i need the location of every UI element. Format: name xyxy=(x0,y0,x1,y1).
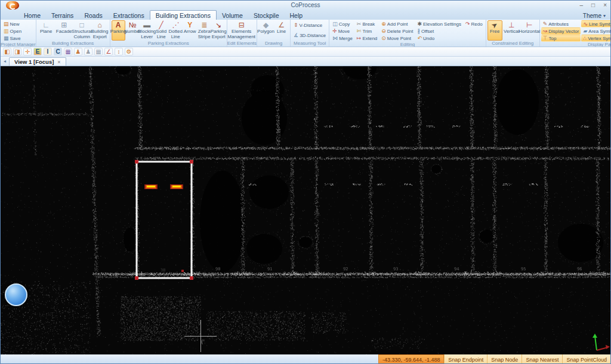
snap-node-toggle[interactable]: Snap Node xyxy=(487,354,521,364)
operator-icon[interactable]: ♟ xyxy=(84,48,92,55)
theme-menu[interactable]: Theme ▾ xyxy=(583,13,606,19)
polygon-button[interactable]: ◆Polygon xyxy=(258,20,273,41)
ribbon-tab-row: Home Terrains Roads Extractions Building… xyxy=(1,10,610,20)
tab-volume[interactable]: Volume xyxy=(217,11,248,20)
editing-group-label: Editing xyxy=(329,42,486,47)
undo-icon: ↶ xyxy=(417,36,422,41)
blocking-lever-button[interactable]: ▬Blocking Lever xyxy=(140,20,154,41)
delete-point-button[interactable]: ⊖Delete Point xyxy=(379,27,415,35)
arrow-button[interactable]: YArrow xyxy=(183,20,197,41)
parking-button[interactable]: AParking xyxy=(112,20,125,41)
viewport-single-icon[interactable]: ◧ xyxy=(3,48,11,55)
merge-button[interactable]: ⋈Merge xyxy=(331,35,354,42)
facade-button[interactable]: ⊞Facade xyxy=(55,20,73,41)
structural-column-button[interactable]: □Structural Column xyxy=(73,20,91,41)
titlebar: CoProcess – □ × xyxy=(1,1,610,10)
parking-export-button[interactable]: ↘Parking Export xyxy=(212,20,226,41)
attributes-icon: ✎ xyxy=(543,21,548,27)
new-button[interactable]: ▤New xyxy=(2,20,23,27)
offset-button[interactable]: ∦Offset xyxy=(415,27,463,35)
move-button[interactable]: ✛Move xyxy=(331,27,354,35)
point-cloud-viewport[interactable] xyxy=(1,66,611,354)
dotted-line-button[interactable]: ⋰Dotted Line xyxy=(169,20,183,41)
save-button[interactable]: ▦Save xyxy=(2,35,23,42)
project-manager-group-label: Project Manager xyxy=(1,42,36,47)
chevron-down-icon: ▾ xyxy=(603,13,606,18)
height-tool-icon[interactable]: ↕ xyxy=(115,48,123,55)
redo-button[interactable]: ↷Redo xyxy=(464,20,485,27)
rgb-mode-icon[interactable]: ▦ xyxy=(64,48,72,55)
view-tab[interactable]: View 1 [Focus] × xyxy=(9,57,66,66)
elevation-settings-button[interactable]: ✱Elevation Settings xyxy=(415,20,463,27)
elements-management-button[interactable]: ⊟Elements Management xyxy=(229,20,255,41)
application-window: CoProcess – □ × Home Terrains Roads Extr… xyxy=(0,0,611,364)
3d-distance-button[interactable]: ∡3D-Distance xyxy=(292,32,328,39)
tab-help[interactable]: Help xyxy=(285,11,308,20)
tab-roads[interactable]: Roads xyxy=(79,11,107,20)
snap-pointcloud-toggle[interactable]: Snap PointCloud xyxy=(562,354,610,364)
group-drawing: ◆Polygon ∠Line Drawing xyxy=(257,20,291,47)
statusbar: -43.330, -59.644, -1.488 Snap Endpoint S… xyxy=(1,354,610,364)
redo-icon: ↷ xyxy=(465,21,470,27)
copy-button[interactable]: ◫Copy xyxy=(331,20,354,27)
tab-terrains[interactable]: Terrains xyxy=(46,11,79,20)
line-symbol-button[interactable]: ∿Line Symbol xyxy=(581,20,611,27)
point-cloud-canvas[interactable] xyxy=(1,66,611,354)
selection-grid-icon[interactable]: ▦ xyxy=(94,48,103,55)
top-button[interactable]: ⊤Top xyxy=(541,35,581,42)
trim-button[interactable]: ✄Trim xyxy=(355,27,379,35)
free-button[interactable]: ➤Free xyxy=(487,20,502,41)
operator-add-icon[interactable]: ♟ xyxy=(74,48,82,55)
zebra-stripe-button[interactable]: ≣Zebra Stripe xyxy=(198,20,211,41)
save-disk-icon: ▦ xyxy=(4,36,9,41)
tab-extractions[interactable]: Extractions xyxy=(108,11,150,20)
constrained-editing-group-label: Constrained Editing xyxy=(486,41,539,47)
break-button[interactable]: ✂Break xyxy=(355,20,379,27)
minimize-button[interactable]: – xyxy=(580,1,584,9)
navigation-ball[interactable] xyxy=(5,283,27,306)
restore-button[interactable]: □ xyxy=(591,1,595,9)
classification-mode-icon[interactable]: C xyxy=(54,48,62,55)
view-tab-close-icon[interactable]: × xyxy=(57,59,60,65)
v-distance-button[interactable]: ⇕V-Distance xyxy=(292,22,328,29)
viewport-split-icon[interactable]: ◨ xyxy=(13,48,21,55)
elevation-mode-icon[interactable]: E xyxy=(33,48,42,55)
statusbar-spacer xyxy=(1,354,378,364)
group-parking-extractions: AParking №Number ▬Blocking Lever ╱Solid … xyxy=(110,20,227,47)
snap-nearest-toggle[interactable]: Snap Nearest xyxy=(521,354,562,364)
copy-icon: ◫ xyxy=(332,21,338,27)
fit-view-icon[interactable]: ✛ xyxy=(23,48,32,55)
open-button[interactable]: ▥Open xyxy=(2,27,23,35)
new-file-icon: ▤ xyxy=(4,21,9,27)
building-export-button[interactable]: ⌂Building Export xyxy=(91,20,109,41)
area-symbol-button[interactable]: ▰Area Symbol xyxy=(581,27,611,35)
theme-label: Theme xyxy=(583,13,601,19)
close-button[interactable]: × xyxy=(603,1,607,9)
top-view-icon: ⊤ xyxy=(543,36,548,41)
settings-gear-icon[interactable]: ⚙ xyxy=(125,48,133,55)
snap-endpoint-toggle[interactable]: Snap Endpoint xyxy=(444,354,487,364)
undo-button[interactable]: ↶Undo xyxy=(415,35,463,42)
intensity-mode-icon[interactable]: I xyxy=(44,48,52,55)
line-button[interactable]: ∠Line xyxy=(274,20,289,41)
display-vector-button[interactable]: ↝Display Vector xyxy=(541,27,581,35)
display-vector-icon: ↝ xyxy=(543,29,548,34)
tab-building-extractions[interactable]: Building Extractions xyxy=(150,10,217,20)
tab-scroll-left-icon[interactable]: ◂ xyxy=(1,57,9,66)
tab-home[interactable]: Home xyxy=(18,11,46,20)
vertex-symbol-button[interactable]: ∴Vertex Symbol xyxy=(581,35,611,42)
display-pane-group-label: Display Pane xyxy=(540,42,611,47)
solid-line-button[interactable]: ╱Solid Line xyxy=(155,20,168,41)
move-point-button[interactable]: ⊙Move Point xyxy=(379,35,415,42)
vertical-button[interactable]: ⊥Vertical xyxy=(503,20,520,41)
plane-button[interactable]: ∟Plane xyxy=(38,20,55,41)
window-title: CoProcess xyxy=(1,2,610,8)
view-tab-label: View 1 [Focus] xyxy=(14,58,54,65)
angle-tool-icon[interactable]: ∠ xyxy=(104,48,113,55)
tab-stockpile[interactable]: Stockpile xyxy=(248,11,285,20)
extend-button[interactable]: ↦Extend xyxy=(355,35,379,42)
move-point-icon: ⊙ xyxy=(381,36,386,41)
attributes-button[interactable]: ✎Attributes xyxy=(541,20,581,27)
horizontal-button[interactable]: ⊢Horizontal xyxy=(521,20,538,41)
add-point-button[interactable]: ⊕Add Point xyxy=(379,20,415,27)
